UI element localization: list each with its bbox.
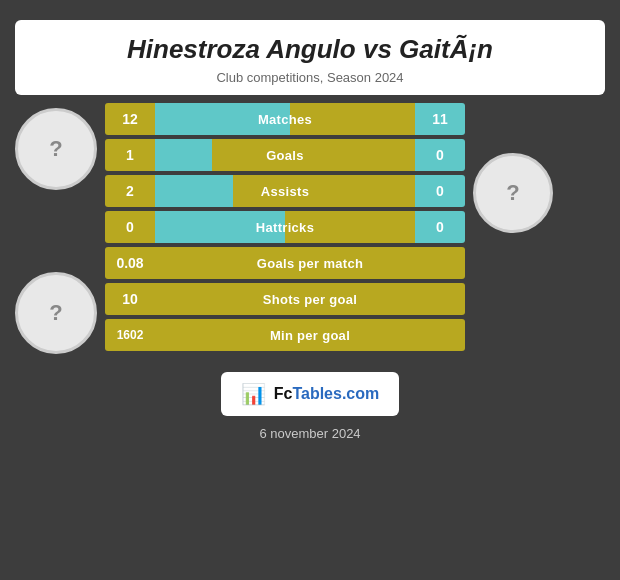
stat-right-goals: 0 <box>415 139 465 171</box>
page-container: Hinestroza Angulo vs GaitÃ¡n Club compet… <box>0 0 620 580</box>
stat-bar-assists <box>155 175 233 207</box>
stat-right-hattricks: 0 <box>415 211 465 243</box>
stat-row-hattricks: 0 Hattricks 0 <box>105 211 465 243</box>
stat-row-assists: 2 Assists 0 <box>105 175 465 207</box>
stat-left-gpm: 0.08 <box>105 247 155 279</box>
stat-right-matches: 11 <box>415 103 465 135</box>
stat-row-goals: 1 Goals 0 <box>105 139 465 171</box>
left-avatars: ? ? <box>15 108 97 354</box>
stat-row-shots-per-goal: 10 Shots per goal <box>105 283 465 315</box>
stat-row-matches: 12 Matches 11 <box>105 103 465 135</box>
stat-left-hattricks: 0 <box>105 211 155 243</box>
stat-left-matches: 12 <box>105 103 155 135</box>
logo-area: 📊 FcTables.com <box>221 372 400 416</box>
avatar-left-2: ? <box>15 272 97 354</box>
stat-row-min-per-goal: 1602 Min per goal <box>105 319 465 351</box>
footer-date: 6 november 2024 <box>259 426 360 441</box>
logo-icon: 📊 <box>241 382 266 406</box>
stat-right-assists: 0 <box>415 175 465 207</box>
page-title: Hinestroza Angulo vs GaitÃ¡n <box>35 34 585 65</box>
stat-center-gpm: Goals per match <box>155 247 465 279</box>
stat-center-assists: Assists <box>155 175 415 207</box>
stats-table: 12 Matches 11 1 Goals <box>105 103 465 351</box>
stat-left-mpg: 1602 <box>105 319 155 351</box>
stat-center-hattricks: Hattricks <box>155 211 415 243</box>
stat-center-matches: Matches <box>155 103 415 135</box>
stat-left-spg: 10 <box>105 283 155 315</box>
stat-row-goals-per-match: 0.08 Goals per match <box>105 247 465 279</box>
avatar-left-1: ? <box>15 108 97 190</box>
stat-center-mpg: Min per goal <box>155 319 465 351</box>
right-avatars: ? <box>473 153 553 233</box>
subtitle: Club competitions, Season 2024 <box>35 70 585 85</box>
logo-text: FcTables.com <box>274 385 380 403</box>
stat-center-goals: Goals <box>155 139 415 171</box>
stat-left-goals: 1 <box>105 139 155 171</box>
stat-center-spg: Shots per goal <box>155 283 465 315</box>
avatar-right-1: ? <box>473 153 553 233</box>
stat-left-assists: 2 <box>105 175 155 207</box>
stat-bar-goals <box>155 139 212 171</box>
